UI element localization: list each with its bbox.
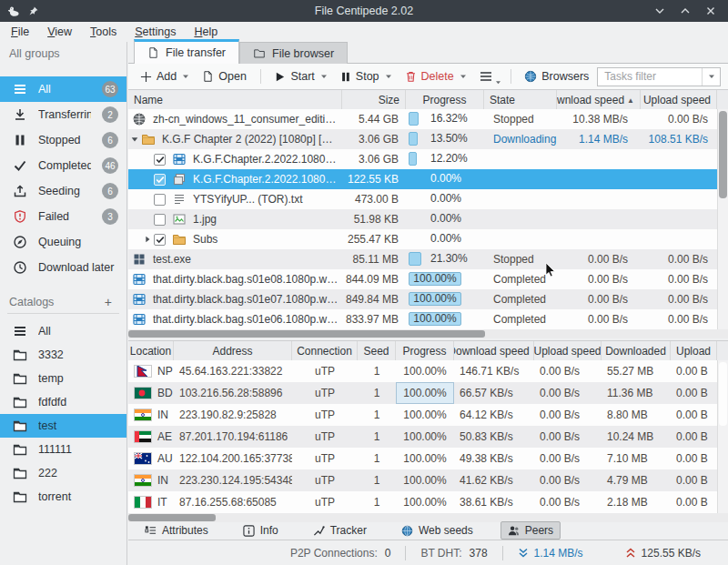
task-row[interactable]: zh-cn_windows_11_consumer_editions_upd⋯5… <box>128 109 717 129</box>
task-row[interactable]: K.G.F Chapter 2 (2022) [1080p] [WEBRip] … <box>128 129 717 149</box>
detail-tab-peers[interactable]: Peers <box>500 521 561 540</box>
menu-tools[interactable]: Tools <box>90 25 116 38</box>
row-checkbox[interactable] <box>154 154 166 166</box>
peer-row[interactable]: IN223.190.82.9:25828uTP1100.00%64.12 KB/… <box>128 404 717 426</box>
task-row[interactable]: that.dirty.black.bag.s01e07.1080p.web.h2… <box>128 289 717 309</box>
sidebar-item-stopped[interactable]: Stopped6 <box>0 127 126 153</box>
delete-button[interactable]: Delete <box>400 67 471 86</box>
flag-np <box>134 365 152 378</box>
peer-row[interactable]: NP45.64.163.221:33822uTP1100.00%146.71 K… <box>128 360 717 382</box>
peer-upload-speed: 0.00 B/s <box>534 387 602 399</box>
sidebar-item-failed[interactable]: Failed3 <box>0 204 126 229</box>
stop-button[interactable]: Stop <box>336 67 397 86</box>
row-checkbox[interactable] <box>154 214 166 226</box>
row-checkbox[interactable] <box>154 194 166 206</box>
peer-row[interactable]: AU122.104.200.165:37738uTP1100.00%49.38 … <box>128 448 717 469</box>
column-header-downloaded[interactable]: Downloaded <box>602 341 671 361</box>
detail-tab-attributes[interactable]: Attributes <box>137 521 216 540</box>
close-button[interactable] <box>704 5 717 17</box>
start-button[interactable]: Start <box>269 67 331 86</box>
maximize-button[interactable] <box>679 5 692 17</box>
column-header-seed[interactable]: Seed <box>358 341 396 361</box>
task-row[interactable]: Subs255.47 KB0.00% <box>128 229 717 249</box>
column-header-address[interactable]: Address <box>174 341 292 361</box>
progress-text: 100.00% <box>409 289 461 308</box>
task-row[interactable]: K.G.F.Chapter.2.2022.1080p.WEBRip.x⋯3.06… <box>128 149 717 169</box>
task-row[interactable]: that.dirty.black.bag.s01e06.1080p.web.h2… <box>128 309 717 329</box>
catalog-item-3332[interactable]: 3332 <box>0 343 126 367</box>
detail-tab-tracker[interactable]: Tracker <box>306 521 374 540</box>
sidebar-item-completed[interactable]: Completed46 <box>0 153 126 178</box>
catalog-item-111111[interactable]: 111111 <box>0 438 126 461</box>
sidebar-item-download-later[interactable]: Download later <box>0 255 126 280</box>
column-header-label: Address <box>212 345 252 358</box>
add-button[interactable]: Add <box>136 67 194 86</box>
column-header-progress[interactable]: Progress <box>396 341 454 361</box>
column-header-upload-speed[interactable]: Upload speed <box>534 341 602 361</box>
open-button[interactable]: Open <box>197 67 251 86</box>
sidebar-item-seeding[interactable]: Seeding6 <box>0 178 126 204</box>
catalog-item-all[interactable]: All <box>0 319 126 343</box>
status-separator <box>405 546 406 560</box>
peer-row[interactable]: AE87.201.170.194:61186uTP1100.00%50.83 K… <box>128 426 717 448</box>
task-vertical-scrollbar[interactable] <box>717 109 728 329</box>
peer-progress: 100.00% <box>396 448 454 469</box>
column-header-name[interactable]: Name <box>128 90 342 110</box>
column-header-download-speed[interactable]: Download speed▲ <box>557 90 641 110</box>
tasks-filter-combobox[interactable]: Tasks filter <box>597 67 721 86</box>
catalog-item-fdfdfd[interactable]: fdfdfd <box>0 390 126 414</box>
peer-uploaded: 0.00 B <box>671 430 717 443</box>
detail-tab-info[interactable]: Info <box>236 521 286 540</box>
column-header-upload[interactable]: Upload <box>671 341 717 361</box>
column-header-size[interactable]: Size <box>342 90 406 110</box>
minimize-button[interactable] <box>653 5 666 17</box>
filter-dropdown-button[interactable] <box>702 68 720 86</box>
collapse-icon[interactable] <box>128 133 141 146</box>
peer-row[interactable]: IN223.230.124.195:54348uTP1100.00%41.62 … <box>128 469 717 491</box>
column-header-progress[interactable]: Progress <box>406 90 484 110</box>
column-header-download-speed[interactable]: Download speed▲ <box>454 341 534 361</box>
menu-help[interactable]: Help <box>194 25 217 38</box>
row-checkbox[interactable] <box>154 234 166 246</box>
task-row[interactable]: test.exe85.11 MB21.30%Stopped0.00 B/s0.0… <box>128 249 717 269</box>
country-code: IT <box>157 496 167 509</box>
peer-row[interactable]: BD103.216.56.28:58896uTP1100.00%66.57 KB… <box>128 382 717 404</box>
scrollbar-thumb[interactable] <box>128 330 485 338</box>
sidebar-item-queuing[interactable]: Queuing <box>0 229 126 255</box>
peers-vertical-scrollbar[interactable] <box>717 360 728 513</box>
catalog-item-torrent[interactable]: torrent <box>0 485 126 509</box>
scrollbar-thumb[interactable] <box>128 514 216 521</box>
column-header-connection[interactable]: Connection <box>292 341 358 361</box>
catalog-item-222[interactable]: 222 <box>0 461 126 485</box>
peer-row[interactable]: IT87.16.255.68:65085uTP1100.00%38.61 KB/… <box>128 491 717 513</box>
tab-file-transfer[interactable]: File transfer <box>134 39 239 64</box>
task-row[interactable]: YTSYifyUP... (TOR).txt473.00 B0.00% <box>128 189 717 209</box>
scrollbar-thumb[interactable] <box>719 111 727 198</box>
peer-location: NP <box>128 365 174 378</box>
menu-view[interactable]: View <box>47 25 72 38</box>
column-header-location[interactable]: Location <box>128 341 174 361</box>
task-name-cell: Subs <box>128 229 342 249</box>
menu-settings[interactable]: Settings <box>135 25 176 38</box>
task-row[interactable]: that.dirty.black.bag.s01e08.1080p.web.h2… <box>128 269 717 289</box>
task-horizontal-scrollbar[interactable] <box>128 329 728 338</box>
column-header-upload-speed[interactable]: Upload speed <box>641 90 717 110</box>
detail-tab-web-seeds[interactable]: Web seeds <box>394 521 480 540</box>
catalog-item-test[interactable]: test <box>0 414 126 438</box>
task-row[interactable]: 1.jpg51.98 KB0.00% <box>128 209 717 229</box>
row-checkbox[interactable] <box>154 174 166 186</box>
peer-address: 45.64.163.221:33822 <box>174 365 292 378</box>
column-header-state[interactable]: State <box>484 90 557 110</box>
sidebar-item-all[interactable]: All63 <box>0 76 126 102</box>
expand-icon[interactable] <box>141 233 154 246</box>
browsers-button[interactable]: Browsers <box>520 67 593 86</box>
peer-download-speed: 41.62 KB/s <box>454 474 534 487</box>
more-menu-button[interactable] <box>475 68 501 85</box>
menu-file[interactable]: File <box>11 25 29 38</box>
task-row[interactable]: K.G.F.Chapter.2.2022.1080p.WEBRip.x⋯122.… <box>128 169 717 189</box>
tab-file-browser[interactable]: File browser <box>239 42 348 64</box>
catalog-item-temp[interactable]: temp <box>0 367 126 390</box>
sidebar-item-transferring[interactable]: Transferring2 <box>0 102 126 127</box>
scrollbar-thumb[interactable] <box>719 362 727 426</box>
add-catalog-button[interactable]: + <box>105 295 116 309</box>
